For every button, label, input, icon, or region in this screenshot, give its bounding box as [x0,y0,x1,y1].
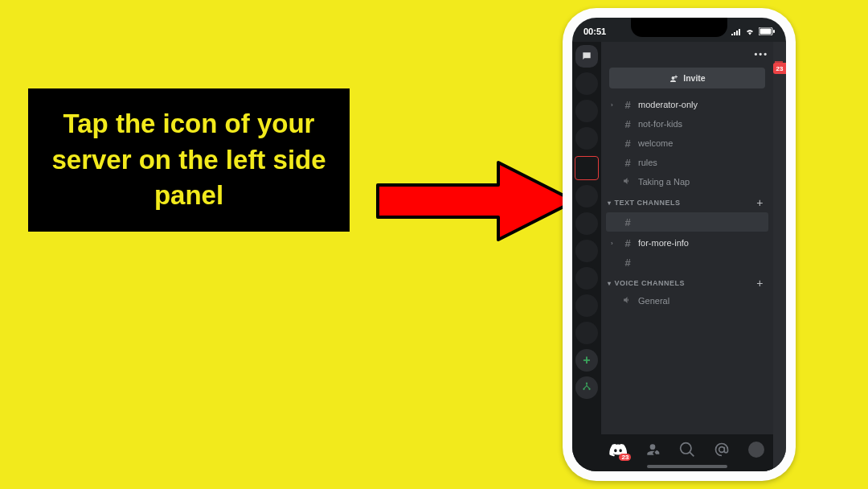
channel-taking-a-nap[interactable]: Taking a Nap [606,172,768,191]
clock: 00:51 [583,27,606,36]
hash-icon: # [622,257,633,269]
home-indicator [647,465,727,468]
server-avatar[interactable] [575,267,598,290]
channel-list[interactable]: › # moderator-only # not-for-kids # welc… [606,95,768,471]
svg-rect-3 [773,30,775,33]
channel-label: moderator-only [638,100,698,109]
tab-search[interactable] [676,438,698,461]
channel-for-more-info[interactable]: › # for-more-info [606,233,768,253]
dm-home-button[interactable] [575,45,598,68]
channel-rules[interactable]: # rules [606,153,768,172]
status-indicators [731,27,775,35]
channel-welcome[interactable]: # welcome [606,134,768,153]
phone-frame: 00:51 [563,8,796,481]
hub-icon [581,382,592,393]
hash-icon: # [622,118,633,130]
add-channel-button[interactable]: + [756,277,764,290]
channel-blank-selected[interactable]: # [606,212,768,232]
add-channel-button[interactable]: + [756,196,764,209]
server-menu-button[interactable]: ••• [754,49,768,59]
right-sliver-panel: 23 [773,42,786,471]
invite-icon [669,73,678,83]
tab-mentions[interactable] [710,438,733,461]
category-label: TEXT CHANNELS [615,199,681,207]
student-hub-button[interactable] [575,376,598,399]
hash-icon: # [622,157,633,169]
at-icon [714,442,730,458]
server-avatar[interactable] [575,72,598,95]
hash-icon: # [622,237,633,249]
hash-icon: # [622,216,633,228]
server-avatar-highlighted[interactable] [575,156,599,180]
chevron-down-icon: ▾ [608,280,612,287]
hash-icon: # [622,99,633,111]
channel-label: not-for-kids [638,119,682,129]
avatar-icon [748,442,764,458]
server-rail: + [572,42,601,471]
server-avatar[interactable] [575,100,598,122]
channel-moderator-only[interactable]: › # moderator-only [606,95,768,114]
svg-marker-0 [378,162,575,240]
invite-button[interactable]: Invite [609,68,765,88]
wifi-icon [744,28,755,35]
tab-profile[interactable] [745,438,768,461]
channel-panel: ••• Invite › # moderator-only # not [601,42,773,471]
instruction-text: Tap the icon of your server on the left … [28,88,350,232]
server-avatar[interactable] [575,127,598,150]
server-avatar[interactable] [575,294,598,317]
channel-label: Taking a Nap [638,177,690,187]
notification-badge: 23 [619,454,631,461]
tab-friends[interactable] [641,438,664,461]
tab-home[interactable]: 23 [607,438,629,461]
category-text-channels[interactable]: ▾ TEXT CHANNELS + [606,191,768,211]
search-icon [679,442,695,458]
invite-label: Invite [683,73,705,83]
channel-blank[interactable]: # [606,253,768,272]
server-avatar[interactable] [575,322,598,344]
chevron-down-icon: ▾ [608,199,612,207]
channel-not-for-kids[interactable]: # not-for-kids [606,114,768,134]
category-label: VOICE CHANNELS [615,279,686,287]
chevron-right-icon: › [611,240,617,247]
phone-screen: 00:51 [572,18,786,471]
mention-count-badge[interactable]: 23 [773,63,786,74]
phone-notch [631,18,727,37]
category-voice-channels[interactable]: ▾ VOICE CHANNELS + [606,272,768,291]
speaker-icon [622,176,633,187]
speaker-icon [622,295,633,306]
chevron-right-icon: › [611,101,617,109]
bottom-tab-bar: 23 [601,434,773,471]
channel-label: for-more-info [638,238,689,248]
channel-label: rules [638,158,657,167]
pointer-arrow [370,153,579,249]
channel-label: welcome [638,138,673,148]
voice-channel-general[interactable]: General [606,291,768,310]
chat-bubble-icon [581,51,592,62]
svg-rect-2 [760,29,772,35]
signal-icon [731,28,741,35]
server-avatar[interactable] [575,185,598,208]
hash-icon: # [622,138,633,150]
add-server-button[interactable]: + [575,349,598,372]
server-avatar[interactable] [575,240,598,262]
channel-label: General [638,296,669,306]
battery-icon [759,27,775,35]
friends-icon [645,442,661,458]
server-avatar[interactable] [575,212,598,235]
